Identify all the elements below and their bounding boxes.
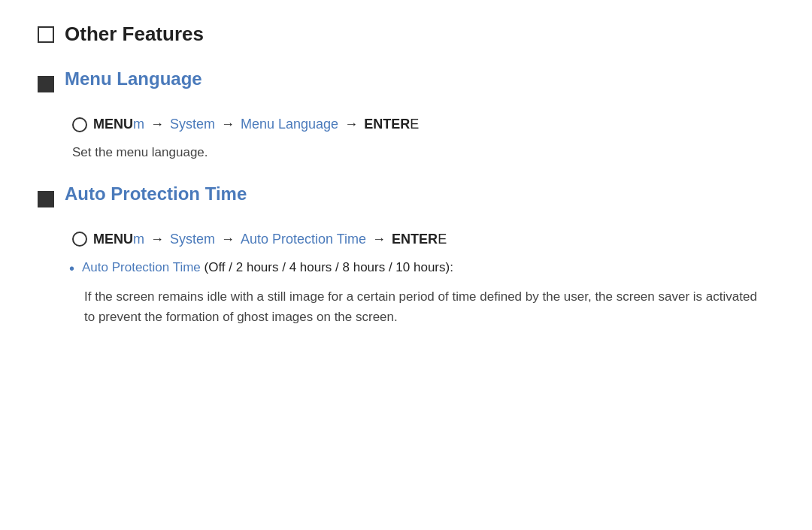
auto-protection-options-text: (Off / 2 hours / 4 hours / 8 hours / 10 …: [205, 260, 453, 274]
auto-protection-bullet-content: Auto Protection Time (Off / 2 hours / 4 …: [82, 258, 453, 277]
menu-language-link: Menu Language: [241, 117, 338, 132]
circle-icon-2: [72, 232, 87, 247]
enter-label-2: ENTERE: [392, 232, 447, 247]
auto-protection-bullet-row: • Auto Protection Time (Off / 2 hours / …: [69, 258, 774, 279]
menu-language-section-header: Menu Language: [38, 68, 774, 100]
auto-protection-subsection: MENUm → System → Auto Protection Time → …: [65, 232, 774, 327]
system-link-1: System: [170, 117, 215, 132]
filled-square-icon-2: [38, 191, 54, 207]
menu-label-2: MENUm: [93, 232, 144, 247]
menu-label-1: MENUm: [93, 117, 144, 132]
auto-protection-nav-row: MENUm → System → Auto Protection Time → …: [72, 232, 774, 247]
arrow-icon-1b: →: [221, 117, 235, 132]
other-features-header: Other Features: [38, 23, 774, 46]
checkbox-icon: [38, 26, 54, 43]
circle-icon-1: [72, 117, 87, 132]
filled-square-icon-1: [38, 76, 54, 92]
auto-protection-section-header: Auto Protection Time: [38, 183, 774, 215]
arrow-icon-2c: →: [372, 232, 386, 247]
arrow-icon-2a: →: [150, 232, 164, 247]
enter-label-1: ENTERE: [364, 117, 419, 132]
system-link-2: System: [170, 232, 215, 247]
bullet-dot-icon: •: [69, 258, 74, 279]
arrow-icon-1c: →: [344, 117, 358, 132]
arrow-icon-2b: →: [221, 232, 235, 247]
auto-protection-title: Auto Protection Time: [65, 183, 247, 204]
menu-language-description: Set the menu language.: [72, 143, 774, 162]
auto-protection-body-text: If the screen remains idle with a still …: [84, 286, 761, 327]
other-features-title: Other Features: [65, 23, 204, 46]
auto-protection-bullet-link: Auto Protection Time: [82, 260, 201, 274]
menu-language-title: Menu Language: [65, 68, 202, 89]
auto-protection-link: Auto Protection Time: [241, 232, 366, 247]
menu-language-nav-row: MENUm → System → Menu Language → ENTERE: [72, 117, 774, 132]
arrow-icon-1a: →: [150, 117, 164, 132]
menu-language-subsection: MENUm → System → Menu Language → ENTERE …: [65, 117, 774, 162]
